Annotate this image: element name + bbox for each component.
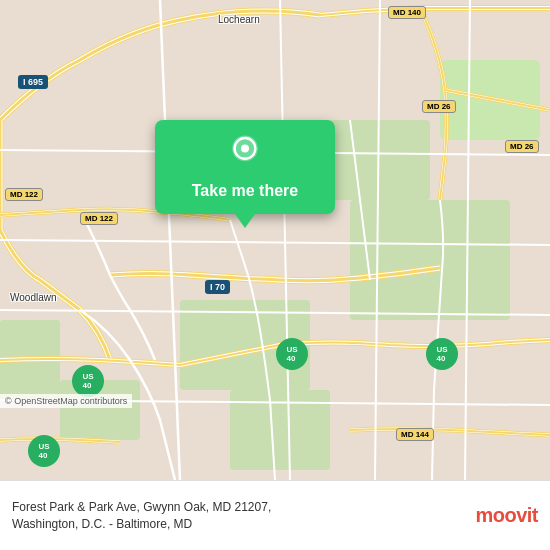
map-svg [0, 0, 550, 480]
shield-md140: MD 140 [388, 6, 426, 19]
shield-us40a: US40 [72, 365, 104, 397]
callout-label: Take me there [192, 182, 298, 200]
address-text: Forest Park & Park Ave, Gwynn Oak, MD 21… [12, 499, 475, 533]
shield-us40c: US40 [426, 338, 458, 370]
shield-us40b: US40 [276, 338, 308, 370]
shield-i70: I 70 [205, 280, 230, 294]
callout-tail [235, 214, 255, 228]
shield-md122a: MD 122 [5, 188, 43, 201]
moovit-text: moovit [475, 504, 538, 527]
shield-md26a: MD 26 [422, 100, 456, 113]
map-container: I 695 I 70 MD 140 MD 26 MD 26 MD 122 MD … [0, 0, 550, 480]
svg-rect-2 [350, 200, 510, 320]
moovit-logo: moovit [475, 504, 538, 527]
svg-point-18 [241, 144, 249, 152]
bottom-bar: Forest Park & Park Ave, Gwynn Oak, MD 21… [0, 480, 550, 550]
label-lochearn: Lochearn [218, 14, 260, 25]
svg-rect-1 [320, 120, 430, 200]
shield-md26b: MD 26 [505, 140, 539, 153]
osm-attribution: © OpenStreetMap contributors [0, 394, 132, 408]
callout-box[interactable]: Take me there [155, 120, 335, 214]
shield-md122b: MD 122 [80, 212, 118, 225]
shield-us40d: US40 [28, 435, 60, 467]
callout[interactable]: Take me there [155, 120, 335, 228]
shield-i695: I 695 [18, 75, 48, 89]
pin-icon [225, 134, 265, 174]
label-woodlawn: Woodlawn [10, 292, 57, 303]
shield-md144: MD 144 [396, 428, 434, 441]
